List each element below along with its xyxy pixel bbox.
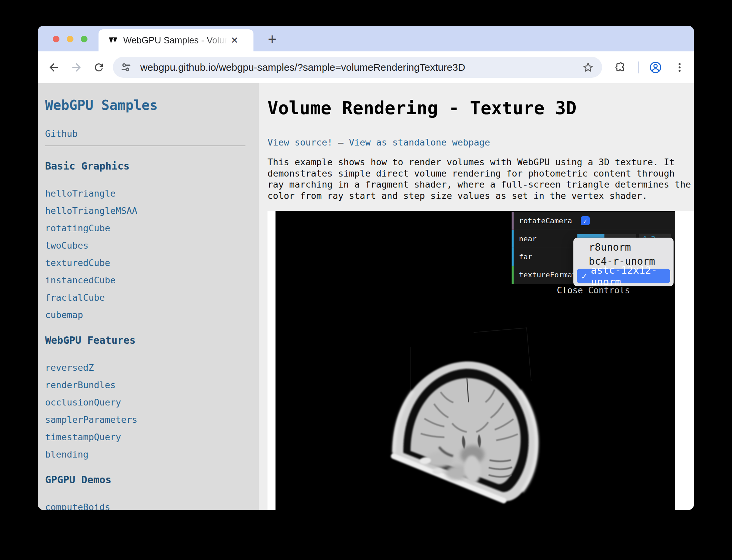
section-list-webgpu-features: reversedZ renderBundles occlusionQuery s… (45, 362, 259, 460)
tab-title: WebGPU Samples - Volume R (123, 35, 230, 46)
main-content: Volume Rendering - Texture 3D View sourc… (259, 83, 694, 510)
sidebar-item-computeBoids[interactable]: computeBoids (45, 502, 259, 510)
sidebar-item-samplerParameters[interactable]: samplerParameters (45, 414, 259, 425)
toolbar-separator (638, 61, 639, 73)
github-link[interactable]: Github (45, 128, 259, 139)
webgpu-canvas[interactable]: rotateCamera ✓ near (276, 211, 675, 510)
sidebar-item-cubemap[interactable]: cubemap (45, 309, 259, 320)
sidebar-item-twoCubes[interactable]: twoCubes (45, 240, 259, 251)
tab-close-icon[interactable]: ✕ (231, 35, 238, 46)
sidebar-item-timestampQuery[interactable]: timestampQuery (45, 432, 259, 443)
browser-window: WebGPU Samples - Volume R ✕ + webgpu.git… (38, 26, 694, 510)
site-settings-icon[interactable] (120, 62, 132, 73)
extensions-icon[interactable] (611, 51, 629, 83)
section-heading-basic-graphics: Basic Graphics (45, 160, 259, 172)
site-title: WebGPU Samples (45, 97, 259, 113)
sidebar-item-rotatingCube[interactable]: rotatingCube (45, 223, 259, 234)
page-title: Volume Rendering - Texture 3D (267, 97, 694, 119)
gui-label-far: far (514, 253, 577, 261)
new-tab-button[interactable]: + (262, 30, 282, 48)
forward-button[interactable] (67, 51, 86, 83)
url-bar[interactable]: webgpu.github.io/webgpu-samples/?sample=… (113, 57, 602, 78)
page-content: WebGPU Samples Github Basic Graphics hel… (38, 83, 694, 510)
standalone-webpage-link[interactable]: View as standalone webpage (349, 137, 490, 148)
traffic-minimize-button[interactable] (67, 36, 73, 42)
traffic-zoom-button[interactable] (81, 36, 87, 42)
sidebar-item-blending[interactable]: blending (45, 449, 259, 460)
sidebar-item-fractalCube[interactable]: fractalCube (45, 292, 259, 303)
gui-label-near: near (514, 235, 577, 243)
sidebar: WebGPU Samples Github Basic Graphics hel… (38, 83, 259, 510)
section-heading-gpgpu-demos: GPGPU Demos (45, 474, 259, 486)
back-button[interactable] (44, 51, 63, 83)
section-heading-webgpu-features: WebGPU Features (45, 334, 259, 346)
traffic-close-button[interactable] (53, 36, 59, 42)
profile-avatar-icon[interactable] (646, 51, 665, 83)
checkbox-check-icon: ✓ (583, 217, 587, 225)
gui-label-textureFormat: textureFormat (514, 271, 577, 279)
sidebar-item-helloTriangleMSAA[interactable]: helloTriangleMSAA (45, 205, 259, 216)
browser-tab[interactable]: WebGPU Samples - Volume R ✕ (99, 29, 253, 51)
brain-mri-render (387, 351, 543, 505)
browser-toolbar: webgpu.github.io/webgpu-samples/?sample=… (38, 51, 694, 83)
links-separator: — (333, 137, 349, 148)
url-text[interactable]: webgpu.github.io/webgpu-samples/?sample=… (140, 62, 582, 73)
sample-description: This example shows how to render volumes… (267, 157, 692, 201)
source-links-row: View source! — View as standalone webpag… (267, 137, 694, 148)
section-list-basic-graphics: helloTriangle helloTriangleMSAA rotating… (45, 188, 259, 320)
textureFormat-dropdown-menu: r8unorm bc4-r-unorm ✓ astc-12x12-unorm (573, 238, 674, 286)
dropdown-option-astc-12x12-unorm[interactable]: ✓ astc-12x12-unorm (577, 269, 670, 283)
tab-strip: WebGPU Samples - Volume R ✕ + (38, 26, 694, 51)
section-list-gpgpu-demos: computeBoids (45, 502, 259, 510)
selected-check-icon: ✓ (581, 271, 587, 281)
sidebar-item-renderBundles[interactable]: renderBundles (45, 379, 259, 390)
example-container: rotateCamera ✓ near (267, 211, 694, 510)
sidebar-item-instancedCube[interactable]: instancedCube (45, 275, 259, 286)
view-source-link[interactable]: View source! (267, 137, 333, 148)
sidebar-divider (45, 146, 245, 146)
rotateCamera-checkbox[interactable]: ✓ (581, 216, 590, 225)
sidebar-item-helloTriangle[interactable]: helloTriangle (45, 188, 259, 199)
gui-label-rotateCamera: rotateCamera (514, 217, 577, 225)
sidebar-item-occlusionQuery[interactable]: occlusionQuery (45, 397, 259, 408)
webgpu-favicon-icon (109, 37, 119, 44)
gui-row-rotateCamera: rotateCamera ✓ (512, 212, 675, 230)
selected-option-label: astc-12x12-unorm (591, 264, 670, 288)
bookmark-star-icon[interactable] (582, 61, 594, 73)
menu-dots-icon[interactable] (670, 51, 689, 83)
sidebar-item-reversedZ[interactable]: reversedZ (45, 362, 259, 373)
reload-button[interactable] (89, 51, 108, 83)
dropdown-option-r8unorm[interactable]: r8unorm (573, 240, 674, 254)
sidebar-item-texturedCube[interactable]: texturedCube (45, 257, 259, 268)
